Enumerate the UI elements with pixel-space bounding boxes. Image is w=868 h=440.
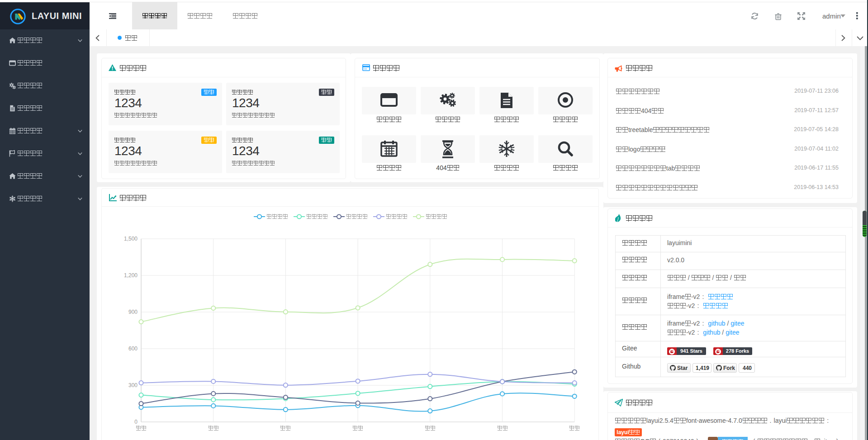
svg-text:1,500: 1,500 bbox=[124, 236, 138, 242]
svg-text:1,200: 1,200 bbox=[124, 272, 138, 279]
svg-text:0: 0 bbox=[134, 419, 138, 425]
svg-text:300: 300 bbox=[128, 382, 138, 388]
svg-text:600: 600 bbox=[128, 345, 138, 352]
svg-text:900: 900 bbox=[128, 309, 138, 315]
